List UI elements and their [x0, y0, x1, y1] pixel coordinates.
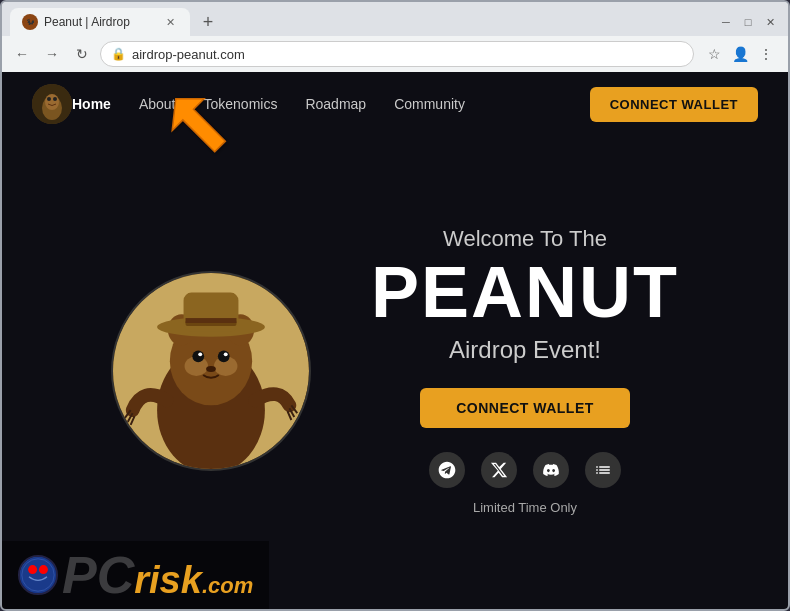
maximize-button[interactable]: □ — [738, 14, 758, 30]
hero-right-content: Welcome To The PEANUT Airdrop Event! CON… — [371, 226, 679, 515]
connect-wallet-hero-button[interactable]: CONNECT WALLET — [420, 388, 630, 428]
svg-point-12 — [192, 350, 204, 362]
bookmark-icon[interactable]: ☆ — [704, 44, 724, 64]
site-logo[interactable] — [32, 84, 72, 124]
lock-icon: 🔒 — [111, 47, 126, 61]
svg-point-4 — [53, 97, 57, 101]
tab-bar: 🐿 Peanut | Airdrop ✕ + ─ □ ✕ — [2, 2, 788, 36]
close-button[interactable]: ✕ — [760, 14, 780, 30]
connect-wallet-nav-button[interactable]: CONNECT WALLET — [590, 87, 758, 122]
hero-image-container — [111, 271, 311, 471]
svg-point-3 — [47, 97, 51, 101]
url-text: airdrop-peanut.com — [132, 47, 245, 62]
new-tab-button[interactable]: + — [194, 8, 222, 36]
svg-point-2 — [45, 94, 59, 110]
minimize-button[interactable]: ─ — [716, 14, 736, 30]
refresh-button[interactable]: ↻ — [70, 42, 94, 66]
browser-frame: 🐿 Peanut | Airdrop ✕ + ─ □ ✕ ← → ↻ 🔒 air… — [0, 0, 790, 611]
active-tab[interactable]: 🐿 Peanut | Airdrop ✕ — [10, 8, 190, 36]
nav-home[interactable]: Home — [72, 96, 111, 112]
nav-roadmap[interactable]: Roadmap — [305, 96, 366, 112]
svg-point-13 — [218, 350, 230, 362]
site-content: Home About Tokenomics Roadmap Community … — [2, 72, 788, 609]
pcrisk-watermark: PC risk .com — [2, 541, 269, 609]
limited-time-text: Limited Time Only — [371, 500, 679, 515]
svg-point-14 — [198, 352, 202, 356]
chart-icon[interactable] — [585, 452, 621, 488]
menu-icon[interactable]: ⋮ — [756, 44, 776, 64]
address-bar: ← → ↻ 🔒 airdrop-peanut.com ☆ 👤 ⋮ — [2, 36, 788, 72]
nav-about[interactable]: About — [139, 96, 176, 112]
risk-text: risk — [134, 561, 202, 599]
nav-community[interactable]: Community — [394, 96, 465, 112]
peanut-mascot-image — [111, 271, 311, 471]
pcrisk-logo-ball — [18, 555, 58, 595]
airdrop-subtitle: Airdrop Event! — [371, 336, 679, 364]
site-navbar: Home About Tokenomics Roadmap Community … — [2, 72, 788, 136]
forward-button[interactable]: → — [40, 42, 64, 66]
svg-rect-20 — [186, 318, 237, 323]
profile-icon[interactable]: 👤 — [730, 44, 750, 64]
nav-tokenomics[interactable]: Tokenomics — [204, 96, 278, 112]
url-bar[interactable]: 🔒 airdrop-peanut.com — [100, 41, 694, 67]
hero-section: Welcome To The PEANUT Airdrop Event! CON… — [2, 136, 788, 605]
com-text: .com — [202, 573, 253, 599]
svg-point-24 — [39, 565, 48, 574]
pc-text: PC — [62, 549, 134, 601]
peanut-title: PEANUT — [371, 256, 679, 328]
svg-point-15 — [224, 352, 228, 356]
svg-point-23 — [28, 565, 37, 574]
social-icons — [371, 452, 679, 488]
tab-close-button[interactable]: ✕ — [162, 14, 178, 30]
nav-links: Home About Tokenomics Roadmap Community — [72, 96, 590, 112]
twitter-icon[interactable] — [481, 452, 517, 488]
back-button[interactable]: ← — [10, 42, 34, 66]
tab-title: Peanut | Airdrop — [44, 15, 130, 29]
telegram-icon[interactable] — [429, 452, 465, 488]
tab-favicon: 🐿 — [22, 14, 38, 30]
svg-point-21 — [20, 557, 56, 593]
svg-point-16 — [206, 366, 216, 372]
discord-icon[interactable] — [533, 452, 569, 488]
welcome-text: Welcome To The — [371, 226, 679, 252]
